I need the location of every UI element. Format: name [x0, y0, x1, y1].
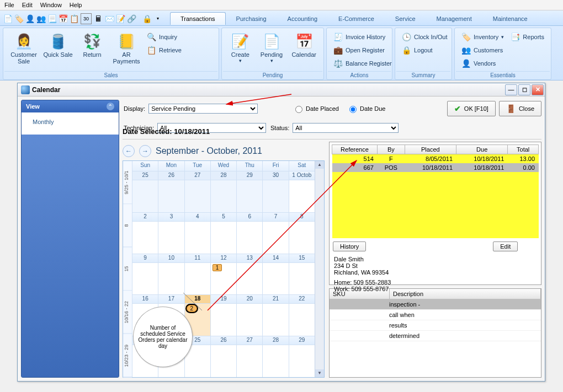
maximize-button[interactable]: ◻ [518, 84, 530, 95]
qat-30-icon[interactable]: 30 [81, 13, 92, 24]
calendar-day[interactable]: 5 [210, 212, 236, 254]
collapse-icon[interactable]: ⌃ [107, 103, 114, 110]
calendar-day[interactable]: 25 [132, 171, 158, 212]
scroll-up-icon[interactable]: ▲ [315, 161, 324, 169]
calendar-day[interactable]: 29 [289, 336, 315, 377]
calendar-day[interactable]: 9 [132, 254, 158, 295]
retrieve-button[interactable]: 📋Retrieve [144, 44, 185, 57]
col-reference[interactable]: Reference [332, 145, 378, 154]
qat-cal-icon[interactable]: 📅 [59, 14, 67, 23]
qat-list-icon[interactable]: 📋 [70, 14, 78, 23]
calendar-day[interactable]: 121 [210, 254, 236, 295]
calendar-day[interactable]: 26 [158, 171, 184, 212]
qat-tag-icon[interactable]: 🏷️ [14, 14, 23, 23]
edit-button[interactable]: Edit [493, 241, 518, 251]
calendar-day[interactable]: 20 [236, 294, 262, 336]
calendar-day[interactable]: 27 [236, 336, 262, 377]
balance-register-button[interactable]: ⚖️Balance Register [330, 57, 395, 70]
calendar-day[interactable]: 26 [210, 336, 236, 377]
calendar-day[interactable]: 19 [210, 294, 236, 336]
calendar-day[interactable]: 27 [184, 171, 210, 212]
detail-row[interactable]: inspection - [330, 299, 541, 310]
logout-button[interactable]: 🔒Logout [399, 44, 436, 57]
calendar-day[interactable]: 22 [289, 294, 315, 336]
calendar-day[interactable]: 14 [262, 254, 288, 295]
display-select[interactable]: Service Pending [148, 104, 258, 114]
qat-doc-icon[interactable]: 📃 [47, 14, 56, 23]
next-month-button[interactable]: → [139, 145, 151, 157]
calendar-day[interactable]: 21 [262, 294, 288, 336]
table-row[interactable]: 667 POS 10/18/2011 10/18/2011 0.00 [332, 163, 539, 172]
tab-management[interactable]: Management [426, 12, 482, 25]
col-due[interactable]: Due [456, 145, 508, 154]
tab-ecommerce[interactable]: E-Commerce [328, 12, 385, 25]
create-button[interactable]: 📝Create [225, 30, 256, 66]
qat-calc-icon[interactable]: 🖩 [94, 14, 103, 23]
calendar-day[interactable]: 11 [184, 254, 210, 295]
calendar-day[interactable]: 2 [132, 212, 158, 254]
calendar-day[interactable]: 29 [236, 171, 262, 212]
close-button[interactable]: 🚪Close [499, 101, 541, 116]
menu-edit[interactable]: Edit [22, 2, 33, 8]
calendar-day[interactable]: 28 [262, 336, 288, 377]
menu-window[interactable]: Window [40, 2, 62, 8]
view-monthly[interactable]: Monthly [25, 117, 115, 127]
prev-month-button[interactable]: ← [123, 145, 135, 157]
invoice-history-button[interactable]: 🧾Invoice History [330, 30, 389, 44]
table-row[interactable]: 514 F 8/05/2011 10/18/2011 13.00 [332, 154, 539, 164]
scroll-down-icon[interactable]: ▼ [315, 369, 324, 377]
calendar-day[interactable]: 15 [289, 254, 315, 295]
tab-service[interactable]: Service [385, 12, 426, 25]
calendar-day[interactable]: 1 Octob [289, 171, 315, 212]
calendar-day[interactable]: 4 [184, 212, 210, 254]
col-total[interactable]: Total [508, 145, 539, 154]
minimize-button[interactable]: — [505, 84, 517, 95]
inventory-button[interactable]: 🏷️Inventory [458, 30, 507, 44]
calendar-day[interactable]: 8 [289, 212, 315, 254]
calendar-button[interactable]: 📅Calendar [288, 30, 320, 60]
qat-note-icon[interactable]: 📝 [116, 14, 125, 23]
qat-drop-icon[interactable]: ▾ [153, 14, 162, 23]
close-window-button[interactable]: ✕ [532, 84, 544, 95]
view-header[interactable]: View ⌃ [22, 100, 119, 112]
ok-button[interactable]: ✔OK [F10] [447, 101, 496, 116]
ar-payments-button[interactable]: 📒AR Payments [109, 30, 144, 67]
calendar-day[interactable]: 3 [158, 212, 184, 254]
qat-link-icon[interactable]: 🔗 [127, 14, 136, 23]
tab-transactions[interactable]: Transactions [170, 12, 226, 25]
pending-button[interactable]: 📄Pending [256, 30, 288, 66]
calendar-day[interactable]: 7 [262, 212, 288, 254]
qat-lock-icon[interactable]: 🔒 [142, 14, 151, 23]
vendors-button[interactable]: 👤Vendors [458, 57, 499, 70]
qat-user-icon[interactable]: 👤 [25, 14, 34, 23]
calendar-scrollbar[interactable]: ▲ ▼ [315, 161, 324, 377]
qat-users-icon[interactable]: 👥 [36, 14, 45, 23]
tab-maintenance[interactable]: Maintenance [482, 12, 538, 25]
detail-row[interactable]: determined [330, 331, 541, 341]
open-register-button[interactable]: 💼Open Register [330, 44, 388, 57]
col-placed[interactable]: Placed [405, 145, 456, 154]
menu-help[interactable]: Help [70, 2, 82, 8]
detail-row[interactable]: call when [330, 310, 541, 320]
detail-row[interactable]: results [330, 320, 541, 331]
tab-purchasing[interactable]: Purchasing [226, 12, 277, 25]
history-button[interactable]: History [333, 241, 366, 251]
return-button[interactable]: 💱Return [75, 30, 109, 60]
calendar-day[interactable]: 28 [210, 171, 236, 212]
col-by[interactable]: By [377, 145, 405, 154]
inquiry-button[interactable]: 🔍Inquiry [144, 30, 185, 44]
radio-date-placed[interactable]: Date Placed [293, 104, 339, 113]
reports-button[interactable]: 📑Reports [507, 30, 548, 44]
menu-file[interactable]: File [4, 2, 14, 8]
customer-sale-button[interactable]: 👩‍💼Customer Sale [7, 30, 41, 67]
calendar-day[interactable]: 30 [262, 171, 288, 212]
qat-new-icon[interactable]: 📄 [3, 14, 12, 23]
calendar-day[interactable]: 10 [158, 254, 184, 295]
clock-button[interactable]: 🕒Clock In/Out [399, 30, 451, 44]
customers-button[interactable]: 👥Customers [458, 44, 506, 57]
calendar-day[interactable]: 13 [236, 254, 262, 295]
tab-accounting[interactable]: Accounting [277, 12, 328, 25]
quick-sale-button[interactable]: 🛢️Quick Sale [41, 30, 75, 60]
calendar-day[interactable]: 6 [236, 212, 262, 254]
qat-mail-icon[interactable]: ✉️ [105, 14, 114, 23]
